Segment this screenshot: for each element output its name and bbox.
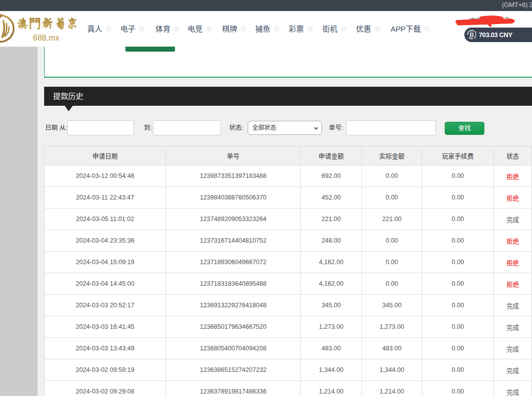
svg-text:B: B <box>469 32 474 39</box>
